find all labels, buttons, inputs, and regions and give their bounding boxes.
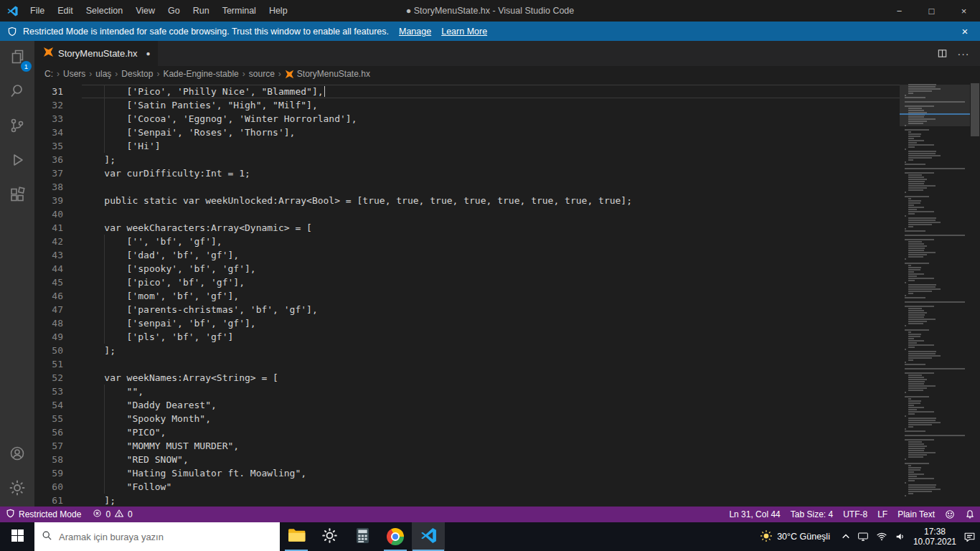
file-explorer-button[interactable] — [280, 522, 313, 551]
tab-size-status[interactable]: Tab Size: 4 — [786, 507, 838, 522]
tab-storymenustate[interactable]: StoryMenuState.hx ● — [34, 41, 158, 66]
line-number[interactable]: 50 — [34, 344, 82, 357]
vscode-button[interactable] — [412, 522, 445, 551]
minimap-slider[interactable] — [900, 85, 970, 126]
language-mode-status[interactable]: Plain Text — [892, 507, 940, 522]
code-line[interactable]: ['spooky', 'bf', 'gf'], — [82, 262, 900, 276]
menu-run[interactable]: Run — [187, 0, 216, 22]
restricted-mode-status[interactable]: Restricted Mode — [0, 507, 87, 522]
breadcrumb-item[interactable]: source — [249, 69, 275, 79]
code-line[interactable] — [82, 357, 900, 371]
breadcrumb-item[interactable]: Kade-Engine-stable — [163, 69, 238, 79]
accounts-button[interactable] — [0, 438, 34, 472]
modified-dot-icon[interactable]: ● — [146, 50, 151, 57]
code-line[interactable]: ['pico', 'bf', 'gf'], — [82, 276, 900, 289]
network-wifi-icon[interactable] — [876, 531, 887, 542]
cursor-position-status[interactable]: Ln 31, Col 44 — [724, 507, 785, 522]
extensions-button[interactable] — [0, 179, 34, 213]
code-line[interactable]: var curDifficulty:Int = 1; — [82, 166, 900, 180]
code-line[interactable]: ['Satin Panties', "High", "Milf"], — [82, 98, 900, 112]
menu-terminal[interactable]: Terminal — [216, 0, 263, 22]
line-number[interactable]: 46 — [34, 289, 82, 303]
code-editor[interactable]: 3132333435363738394041424344454647484950… — [34, 82, 980, 507]
code-line[interactable]: ['Hi'] — [82, 139, 900, 153]
code-line[interactable]: ]; — [82, 153, 900, 166]
code-line[interactable]: "Follow" — [82, 480, 900, 494]
code-line[interactable]: var weekNames:Array<String> = [ — [82, 371, 900, 385]
feedback-smiley-icon[interactable] — [940, 507, 960, 522]
line-number[interactable]: 45 — [34, 276, 82, 289]
code-line[interactable]: "MOMMY MUST MURDER", — [82, 439, 900, 453]
settings-button[interactable] — [313, 522, 346, 551]
code-line[interactable]: ['senpai', 'bf', 'gf'], — [82, 316, 900, 330]
line-number[interactable]: 35 — [34, 139, 82, 153]
code-line[interactable]: var weekCharacters:Array<Dynamic> = [ — [82, 221, 900, 235]
menu-edit[interactable]: Edit — [51, 0, 80, 22]
line-number[interactable]: 60 — [34, 480, 82, 494]
code-line[interactable]: ['parents-christmas', 'bf', 'gf'], — [82, 303, 900, 316]
line-number[interactable]: 55 — [34, 412, 82, 425]
code-line[interactable]: public static var weekUnlocked:Array<Boo… — [82, 194, 900, 207]
line-number[interactable]: 42 — [34, 235, 82, 248]
maximize-button[interactable]: □ — [915, 0, 948, 22]
taskbar-search[interactable] — [34, 522, 280, 551]
line-number[interactable]: 47 — [34, 303, 82, 316]
scrollbar-thumb[interactable] — [971, 83, 979, 136]
line-number[interactable]: 43 — [34, 248, 82, 262]
more-actions-icon[interactable]: ··· — [954, 44, 973, 63]
taskbar-clock[interactable]: 17:38 10.07.2021 — [913, 527, 956, 547]
line-number[interactable]: 48 — [34, 316, 82, 330]
close-button[interactable]: × — [948, 0, 980, 22]
vertical-scrollbar[interactable] — [970, 82, 980, 507]
action-center-icon[interactable] — [963, 531, 976, 543]
search-button[interactable] — [0, 75, 34, 110]
code-line[interactable] — [82, 207, 900, 221]
code-line[interactable]: "PICO", — [82, 425, 900, 439]
problems-status[interactable]: 0 0 — [87, 507, 138, 522]
taskbar-search-input[interactable] — [59, 532, 273, 542]
manage-link[interactable]: Manage — [399, 27, 431, 37]
line-number[interactable]: 32 — [34, 98, 82, 112]
code-line[interactable] — [82, 180, 900, 194]
chrome-button[interactable] — [379, 522, 412, 551]
menu-go[interactable]: Go — [161, 0, 187, 22]
split-editor-icon[interactable] — [933, 44, 951, 63]
code-line[interactable]: "Daddy Dearest", — [82, 398, 900, 412]
breadcrumb-item[interactable]: Desktop — [121, 69, 153, 79]
code-line[interactable]: "", — [82, 385, 900, 398]
line-number[interactable]: 49 — [34, 330, 82, 344]
volume-icon[interactable] — [895, 531, 906, 542]
calculator-button[interactable] — [346, 522, 379, 551]
banner-close-icon[interactable]: × — [957, 25, 973, 37]
line-number[interactable]: 54 — [34, 398, 82, 412]
code-line[interactable]: "RED SNOW", — [82, 453, 900, 466]
line-number[interactable]: 53 — [34, 385, 82, 398]
code-line[interactable]: ]; — [82, 344, 900, 357]
code-line[interactable]: ['Senpai', 'Roses', 'Thorns'], — [82, 126, 900, 139]
line-number[interactable]: 57 — [34, 439, 82, 453]
line-number[interactable]: 61 — [34, 494, 82, 507]
line-number[interactable]: 40 — [34, 207, 82, 221]
breadcrumb-item[interactable]: C: — [44, 69, 53, 79]
encoding-status[interactable]: UTF-8 — [838, 507, 872, 522]
code-line[interactable]: "Hating Simulator ft. Moawling", — [82, 466, 900, 480]
menu-file[interactable]: File — [24, 0, 51, 22]
code-line[interactable]: ]; — [82, 494, 900, 507]
breadcrumb-file[interactable]: StoryMenuState.hx — [297, 69, 370, 79]
minimap[interactable] — [900, 82, 970, 507]
code-line[interactable]: ['', 'bf', 'gf'], — [82, 235, 900, 248]
code-line[interactable]: ['mom', 'bf', 'gf'], — [82, 289, 900, 303]
code-pane[interactable]: ['Pico', 'Philly Nice', "Blammed"], ['Sa… — [82, 82, 900, 507]
line-number[interactable]: 52 — [34, 371, 82, 385]
code-line[interactable]: ['Cocoa', 'Eggnog', 'Winter Horrorland']… — [82, 112, 900, 126]
line-number[interactable]: 36 — [34, 153, 82, 166]
weather-widget[interactable]: 30°C Güneşli — [755, 529, 834, 545]
line-number[interactable]: 38 — [34, 180, 82, 194]
explorer-button[interactable]: 1 — [0, 41, 34, 75]
line-number[interactable]: 41 — [34, 221, 82, 235]
code-line[interactable]: ['pls', 'bf', 'gf'] — [82, 330, 900, 344]
breadcrumb-item[interactable]: Users — [63, 69, 85, 79]
line-number[interactable]: 33 — [34, 112, 82, 126]
line-number[interactable]: 56 — [34, 425, 82, 439]
monitor-icon[interactable] — [857, 531, 869, 542]
